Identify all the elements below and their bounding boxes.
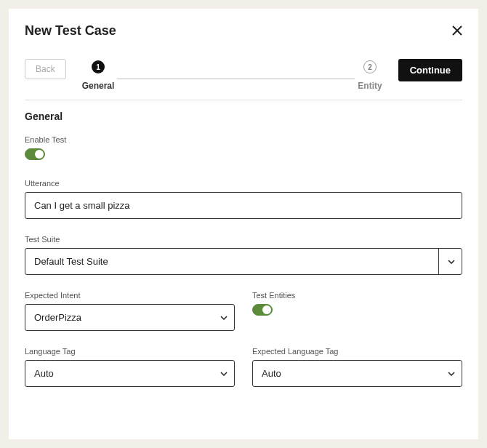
field-language-tag: Language Tag Auto bbox=[25, 347, 235, 387]
test-suite-value: Default Test Suite bbox=[34, 256, 108, 267]
dialog-title: New Test Case bbox=[25, 23, 116, 39]
expected-intent-label: Expected Intent bbox=[25, 291, 235, 300]
test-suite-label: Test Suite bbox=[25, 235, 462, 244]
continue-button[interactable]: Continue bbox=[398, 59, 462, 81]
dialog-panel: New Test Case Back 1 General 2 Entity Co… bbox=[9, 9, 478, 439]
field-expected-language-tag: Expected Language Tag Auto bbox=[252, 347, 462, 387]
stepper: 1 General 2 Entity bbox=[75, 60, 390, 91]
expected-intent-select[interactable]: OrderPizza bbox=[25, 304, 235, 331]
utterance-label: Utterance bbox=[25, 179, 462, 188]
enable-test-label: Enable Test bbox=[25, 135, 462, 144]
close-button[interactable] bbox=[452, 25, 462, 38]
step-general[interactable]: 1 General bbox=[82, 60, 115, 91]
toggle-knob bbox=[262, 305, 271, 314]
dialog-header: New Test Case bbox=[25, 23, 462, 39]
field-test-suite: Test Suite Default Test Suite bbox=[25, 235, 462, 275]
step-connector bbox=[117, 79, 355, 79]
expected-language-tag-label: Expected Language Tag bbox=[252, 347, 462, 356]
expected-intent-value: OrderPizza bbox=[34, 312, 81, 323]
wizard-topbar: Back 1 General 2 Entity Continue bbox=[25, 59, 462, 91]
step-general-number: 1 bbox=[92, 60, 105, 73]
language-tag-label: Language Tag bbox=[25, 347, 235, 356]
step-general-label: General bbox=[82, 81, 115, 91]
test-entities-toggle[interactable] bbox=[252, 304, 273, 316]
section-title: General bbox=[25, 111, 462, 122]
back-button[interactable]: Back bbox=[25, 59, 66, 79]
expected-language-tag-value: Auto bbox=[262, 368, 281, 379]
step-entity-label: Entity bbox=[358, 81, 382, 91]
select-divider bbox=[438, 249, 439, 274]
utterance-input[interactable] bbox=[25, 192, 462, 219]
enable-test-toggle[interactable] bbox=[25, 148, 45, 160]
language-tag-select[interactable]: Auto bbox=[25, 360, 235, 387]
divider bbox=[25, 100, 462, 100]
toggle-knob bbox=[35, 150, 44, 159]
field-utterance: Utterance bbox=[25, 179, 462, 219]
test-entities-label: Test Entities bbox=[252, 291, 462, 300]
field-test-entities: Test Entities bbox=[252, 291, 462, 319]
field-expected-intent: Expected Intent OrderPizza bbox=[25, 291, 235, 331]
step-entity[interactable]: 2 Entity bbox=[358, 60, 382, 91]
field-enable-test: Enable Test bbox=[25, 135, 462, 163]
close-icon bbox=[452, 24, 462, 39]
test-suite-select[interactable]: Default Test Suite bbox=[25, 248, 462, 275]
expected-language-tag-select[interactable]: Auto bbox=[252, 360, 462, 387]
step-entity-number: 2 bbox=[363, 60, 377, 73]
language-tag-value: Auto bbox=[34, 368, 54, 379]
